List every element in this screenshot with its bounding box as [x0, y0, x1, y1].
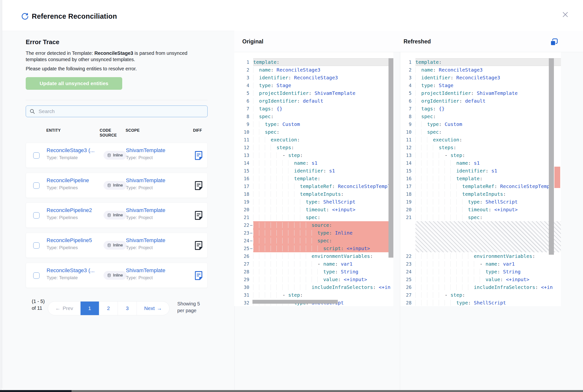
code-line: 14 name: s1	[234, 159, 393, 167]
close-icon[interactable]	[561, 10, 570, 19]
entity-row[interactable]: ReconcilePipeline2 Type: Pipelines Inlin…	[26, 202, 208, 228]
page-button-3[interactable]: 3	[118, 302, 136, 315]
refreshed-panel-title: Refreshed	[404, 38, 431, 45]
diff-document-icon[interactable]	[194, 240, 203, 250]
diff-document-icon[interactable]	[194, 150, 203, 160]
next-page-button[interactable]: Next→	[136, 302, 169, 315]
code-line: 2 name: ReconcileStage3	[234, 66, 393, 74]
scope-link[interactable]: ShivamTemplate	[126, 147, 165, 154]
code-line: 18 templateInputs:	[400, 190, 561, 198]
code-line: 23 - name: var1	[400, 260, 561, 268]
search-input[interactable]	[38, 108, 204, 114]
entity-type-label: Type: Pipelines	[46, 185, 78, 190]
code-line: 5 projectIdentifier: ShivamTemplate	[234, 89, 393, 97]
code-line: 2 name: ReconcileStage3	[400, 66, 561, 74]
scope-type-label: Type: Project	[126, 185, 153, 190]
error-trace-heading: Error Trace	[26, 38, 59, 46]
code-line: 13 - step:	[400, 151, 561, 159]
code-line: 5 projectIdentifier: ShivamTemplate	[400, 89, 561, 97]
entity-row[interactable]: ReconcilePipeline5 Type: Pipelines Inlin…	[26, 233, 208, 258]
code-line: 20 timeout: <+input>	[400, 206, 561, 214]
entity-link[interactable]: ReconcileStage3 (...	[46, 147, 94, 154]
diff-document-icon[interactable]	[194, 270, 203, 281]
scope-link[interactable]: ShivamTemplate	[126, 207, 165, 214]
diff-document-icon[interactable]	[194, 210, 203, 220]
pagination: ←Prev 1 2 3 Next→	[48, 301, 169, 315]
entity-type-label: Type: Template	[46, 155, 78, 160]
code-line: 7 tags: {}	[234, 105, 393, 112]
diff-overview-red-marker	[554, 167, 560, 188]
row-checkbox[interactable]	[33, 272, 39, 279]
column-header-scope: SCOPE	[126, 128, 140, 133]
code-line: 30 includeInfraSelectors: <+in	[234, 283, 393, 291]
scope-type-label: Type: Project	[126, 155, 153, 160]
entity-link[interactable]: ReconcilePipeline	[46, 177, 89, 184]
code-source-badge: Inline	[103, 151, 127, 160]
page-button-2[interactable]: 2	[99, 302, 118, 315]
code-source-badge: Inline	[103, 181, 127, 190]
code-line: 18 templateInputs:	[234, 190, 393, 198]
code-line: 29 value: <+input>	[234, 276, 393, 283]
page-title: Reference Reconciliation	[32, 12, 117, 20]
code-line: 24 type: String	[400, 268, 561, 276]
prev-page-button[interactable]: ←Prev	[48, 302, 80, 315]
update-all-unsynced-entities-button[interactable]: Update all unsynced entities	[26, 77, 122, 90]
code-line: 25 value: <+input>	[400, 276, 561, 283]
original-code-editor[interactable]: 1template:2 name: ReconcileStage33 ident…	[234, 52, 393, 306]
entity-link[interactable]: ReconcilePipeline2	[46, 207, 92, 214]
entity-row[interactable]: ReconcileStage3 (... Type: Template Inli…	[26, 263, 208, 288]
column-header-entity: ENTITY	[46, 128, 61, 133]
code-line: 19 type: ShellScript	[234, 198, 393, 206]
page-button-1-active[interactable]: 1	[80, 302, 99, 315]
scope-link[interactable]: ShivamTemplate	[126, 267, 165, 274]
scope-type-label: Type: Project	[126, 245, 153, 250]
modal-header: Reference Reconciliation	[2, 0, 583, 31]
refreshed-code-editor[interactable]: 1template:2 name: ReconcileStage33 ident…	[400, 52, 561, 306]
code-line: 10 spec:	[400, 128, 561, 136]
code-line: 17 templateRef: ReconcileStepTempl	[400, 182, 561, 190]
horizontal-scrollbar-thumb[interactable]	[252, 300, 338, 304]
row-checkbox[interactable]	[33, 242, 39, 249]
code-line: 13 - step:	[234, 151, 393, 159]
code-line: 12 steps:	[234, 144, 393, 151]
column-header-diff: DIFF	[193, 128, 202, 133]
vertical-scrollbar-thumb[interactable]	[389, 58, 393, 258]
scope-link[interactable]: ShivamTemplate	[126, 177, 165, 184]
inline-storage-icon	[107, 153, 111, 157]
code-line: 23− type: Inline	[234, 229, 393, 237]
code-line: 8 spec:	[400, 112, 561, 120]
row-checkbox[interactable]	[33, 182, 39, 189]
code-line: 15 identifier: s1	[234, 167, 393, 175]
scope-type-label: Type: Project	[126, 215, 153, 220]
diff-document-icon[interactable]	[194, 180, 203, 191]
code-line: 21 spec:	[400, 214, 561, 221]
search-icon	[29, 108, 35, 114]
scope-link[interactable]: ShivamTemplate	[126, 237, 165, 244]
code-line: 22 environmentVariables:	[400, 252, 561, 260]
background-bottom-dark	[0, 390, 71, 392]
background-bottom-gray	[71, 390, 583, 392]
code-line: 10 spec:	[234, 128, 393, 136]
code-line: 20 timeout: <+input>	[234, 206, 393, 214]
column-header-code-source: CODE SOURCE	[100, 128, 119, 138]
entity-row[interactable]: ReconcileStage3 (... Type: Template Inli…	[26, 143, 208, 168]
code-line: 17 templateRef: ReconcileStepTempl	[234, 182, 393, 190]
pagination-page-size-label: Showing 5 per page	[177, 300, 201, 314]
vertical-scrollbar-thumb[interactable]	[549, 58, 554, 255]
row-checkbox[interactable]	[33, 212, 39, 218]
code-line: 26 environmentVariables:	[234, 252, 393, 260]
copy-icon[interactable]	[550, 38, 559, 46]
error-trace-instruction: Please update the following entities to …	[26, 66, 194, 72]
entity-link[interactable]: ReconcileStage3 (...	[46, 267, 94, 274]
row-checkbox[interactable]	[33, 152, 39, 159]
code-line: 11 execution:	[234, 136, 393, 144]
code-line: 16 template:	[400, 175, 561, 182]
entity-link[interactable]: ReconcilePipeline5	[46, 237, 92, 244]
original-panel-title: Original	[242, 38, 263, 45]
entity-row[interactable]: ReconcilePipeline Type: Pipelines Inline…	[26, 173, 208, 198]
code-line: 4 type: Stage	[234, 82, 393, 89]
code-line: 28 type: ShellScript	[400, 299, 561, 306]
inline-storage-icon	[107, 184, 111, 187]
code-line: 27 - step:	[400, 291, 561, 299]
search-box[interactable]	[26, 106, 208, 117]
